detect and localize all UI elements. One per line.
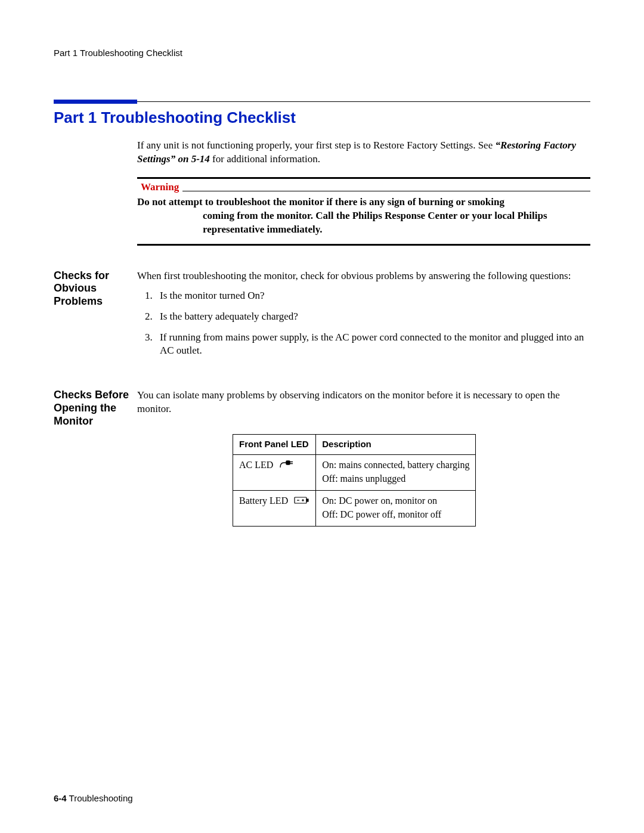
cell-battery-desc: On: DC power on, monitor on Off: DC powe…	[316, 490, 476, 526]
warning-label: Warning	[137, 180, 182, 193]
warning-label-row: Warning	[137, 180, 590, 193]
document-page: Part 1 Troubleshooting Checklist Part 1 …	[0, 0, 644, 833]
table-header-row: Front Panel LED Description	[233, 435, 476, 454]
led-table: Front Panel LED Description AC LED	[233, 434, 476, 527]
svg-rect-3	[295, 497, 306, 503]
table-row: Battery LED	[233, 490, 476, 526]
warning-line1: Do not attempt to troubleshoot the monit…	[137, 196, 504, 208]
page-footer: 6-4 Troubleshooting	[54, 793, 133, 803]
subheading-obvious: Checks for Obvious Problems	[54, 270, 137, 308]
subheading-before-opening: Checks Before Opening the Monitor	[54, 389, 137, 428]
intro-paragraph: If any unit is not functioning properly,…	[137, 139, 590, 166]
plug-icon	[279, 459, 295, 472]
cell-ac-led: AC LED	[233, 454, 316, 490]
list-item: Is the battery adequately charged?	[155, 310, 590, 324]
warning-text: Do not attempt to troubleshoot the monit…	[137, 193, 590, 240]
intro-text: If any unit is not functioning properly,…	[137, 140, 495, 151]
subbody-before-opening: You can isolate many problems by observi…	[137, 389, 590, 527]
running-header: Part 1 Troubleshooting Checklist	[54, 48, 590, 58]
battery-icon	[294, 495, 309, 508]
section-obvious-problems: Checks for Obvious Problems When first t…	[54, 270, 590, 366]
section-before-opening: Checks Before Opening the Monitor You ca…	[54, 389, 590, 527]
batt-desc-off: Off: DC power off, monitor off	[322, 508, 469, 521]
title-rule-thin	[137, 101, 590, 102]
ac-desc-on: On: mains connected, battery charging	[322, 459, 469, 472]
question-list: Is the monitor turned On? Is the battery…	[137, 289, 590, 358]
batt-desc-on: On: DC power on, monitor on	[322, 494, 469, 507]
svg-rect-4	[306, 499, 308, 501]
ac-led-label: AC LED	[239, 460, 273, 470]
th-led: Front Panel LED	[233, 435, 316, 454]
title-rule	[54, 100, 590, 104]
intro-tail: for additional information.	[210, 153, 320, 165]
section1-intro: When first troubleshooting the monitor, …	[137, 270, 571, 281]
battery-led-label: Battery LED	[239, 496, 288, 506]
page-title: Part 1 Troubleshooting Checklist	[54, 109, 590, 127]
footer-label: Troubleshooting	[67, 793, 133, 803]
cell-ac-desc: On: mains connected, battery charging Of…	[316, 454, 476, 490]
ac-desc-off: Off: mains unplugged	[322, 472, 469, 485]
warning-line2: coming from the monitor. Call the Philip…	[137, 209, 590, 237]
title-block: Part 1 Troubleshooting Checklist	[54, 100, 590, 127]
warning-label-rule	[182, 190, 590, 191]
warning-top-rule	[137, 177, 590, 179]
warning-bottom-rule	[137, 244, 590, 246]
warning-block: Warning Do not attempt to troubleshoot t…	[137, 177, 590, 246]
section2-intro: You can isolate many problems by observi…	[137, 389, 560, 414]
page-number: 6-4	[54, 793, 67, 803]
list-item: If running from mains power supply, is t…	[155, 331, 590, 358]
table-row: AC LED	[233, 454, 476, 490]
cell-battery-led: Battery LED	[233, 490, 316, 526]
list-item: Is the monitor turned On?	[155, 289, 590, 303]
svg-rect-0	[286, 461, 290, 465]
title-rule-accent	[54, 100, 137, 104]
th-desc: Description	[316, 435, 476, 454]
subbody-obvious: When first troubleshooting the monitor, …	[137, 270, 590, 366]
intro-block: If any unit is not functioning properly,…	[137, 139, 590, 246]
